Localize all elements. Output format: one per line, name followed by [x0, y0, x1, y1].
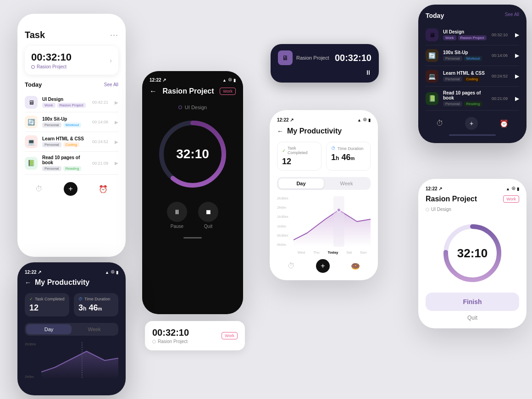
chart-svg [294, 196, 371, 247]
quit-ctrl[interactable]: ⏹ Quit [198, 202, 218, 229]
dark-header: ← Rasion Project Work [150, 87, 236, 95]
day-week-tabs[interactable]: Day Week [277, 177, 371, 190]
wifi-icon-2: ⦾ [228, 78, 232, 83]
work-badge-2: Work [220, 88, 236, 95]
history-icon[interactable]: ⏱ [35, 185, 43, 193]
rb-ring: 32:10 [440, 221, 504, 285]
rp-info-situp: 100x Sit-Up Personal Workout [443, 50, 487, 61]
status-icons-6: ▲ ⦾ ▮ [105, 270, 118, 275]
add-task-button[interactable]: + [64, 182, 78, 196]
dark-tab-day[interactable]: Day [26, 324, 72, 334]
main-canvas: 12:22 ▲ ⦾ ▮ Task ··· 00:32:10 Rasion Pro… [0, 0, 532, 399]
rb-title: Rasion Project [426, 195, 477, 203]
status-icons-5: ▲ ⦾ ▮ [357, 117, 371, 122]
timer-card[interactable]: 00:32:10 Rasion Project › [25, 46, 118, 75]
wifi-6: ⦾ [111, 270, 114, 275]
dark-check-icon: ✓ [29, 297, 33, 301]
task-info-situp: 100x Sit-Up Personal Workout [42, 116, 88, 127]
rp-play-situp[interactable]: ▶ [515, 52, 519, 59]
rp-item-book: 📗 Read 10 pages of book Personal Reading… [426, 87, 519, 111]
play-btn-book[interactable]: ▶ [115, 161, 118, 166]
task-tags-ui: Work Rasion Project [42, 103, 88, 108]
quit-label[interactable]: Quit [426, 315, 519, 321]
standalone-project: Rasion Project [152, 339, 189, 344]
play-btn-ui[interactable]: ▶ [115, 100, 118, 105]
back-button-2[interactable]: ← [150, 87, 157, 95]
battery-5: ▮ [368, 118, 371, 122]
tab-week[interactable]: Week [324, 178, 369, 188]
rp-play-html[interactable]: ▶ [515, 73, 519, 79]
more-options[interactable]: ··· [110, 30, 118, 40]
task-name-html: Learn HTML & CSS [42, 136, 88, 141]
pause-button[interactable]: ⏸ [167, 202, 187, 222]
time-rb: 12:22 ↗ [426, 186, 442, 191]
dark-task-completed: ✓ Task Completed 12 [25, 293, 69, 316]
rp-play-ui[interactable]: ▶ [515, 32, 519, 38]
standalone-left: 00:32:10 Rasion Project [152, 327, 189, 344]
battery-icon: ▮ [116, 21, 118, 25]
home-indicator-2 [183, 237, 202, 238]
task-item-situp: 🔄 100x Sit-Up Personal Workout 00:14:06 … [25, 112, 118, 132]
task-time-html: 00:24:52 [92, 139, 108, 144]
signal-5: ▲ [357, 118, 361, 122]
signal-6: ▲ [105, 270, 109, 275]
rp-add-button[interactable]: + [465, 117, 478, 130]
battery-6: ▮ [116, 270, 118, 275]
rp-title: Today [426, 12, 444, 19]
back-button-5[interactable]: ← [277, 127, 283, 135]
rp-play-book[interactable]: ▶ [515, 95, 519, 102]
chart-y-labels: 2h30m 2h0m 1h30m 1h0m 0h30m 0h0m [277, 196, 288, 247]
prod-stats-icon[interactable]: 🍩 [351, 262, 360, 271]
prod-history-icon[interactable]: ⏱ [288, 262, 295, 270]
att-pause-icon[interactable]: ⏸ [365, 69, 371, 76]
task-icon-ui: 🖥 [25, 96, 38, 109]
task-icon-situp: 🔄 [25, 116, 38, 128]
dark-prod-header: ← My Productivity [25, 278, 118, 287]
stats-icon[interactable]: ⏰ [99, 185, 108, 194]
see-all-link[interactable]: See All [104, 82, 118, 87]
y-label-3: 1h30m [277, 215, 288, 219]
chart-area: 2h30m 2h0m 1h30m 1h0m 0h30m 0h0m [277, 196, 371, 247]
dark-task-label: ✓ Task Completed [29, 297, 65, 301]
pause-label: Pause [171, 224, 183, 229]
wifi-5: ⦾ [363, 117, 366, 122]
pause-ctrl[interactable]: ⏸ Pause [167, 202, 187, 229]
time-1: 12:22 [25, 20, 37, 25]
rp-name-book: Read 10 pages of book [443, 90, 487, 100]
status-bar-1: 12:22 ▲ ⦾ ▮ [25, 20, 118, 25]
dark-day-week-tabs[interactable]: Day Week [25, 323, 118, 336]
dark-title: Rasion Project [161, 87, 215, 95]
dark-y-1: 2h30m [25, 342, 36, 346]
signal-rb: ▲ [506, 187, 510, 191]
play-btn-situp[interactable]: ▶ [115, 120, 118, 125]
rp-tag-work: Work [443, 35, 456, 40]
rp-tags-html: Personal Coding [443, 77, 487, 82]
rp-tag-workout: Workout [464, 56, 482, 61]
play-btn-html[interactable]: ▶ [115, 139, 118, 144]
chart-x-labels: Wed Thu Today Sat Sun [277, 250, 371, 255]
status-icons-1: ▲ ⦾ ▮ [105, 20, 118, 25]
status-icons-2: ▲ ⦾ ▮ [222, 78, 236, 83]
rp-stats-icon[interactable]: ⏰ [499, 119, 509, 128]
dark-tab-week[interactable]: Week [72, 324, 117, 334]
signal-icon: ▲ [105, 21, 109, 25]
rp-see-all[interactable]: See All [505, 12, 519, 19]
rp-time-ui: 00:32:10 [492, 33, 508, 37]
rp-item-ui: 🖥 UI Design Work Rasion Project 00:32:10… [426, 25, 519, 45]
tab-day[interactable]: Day [278, 178, 324, 188]
rp-tag-personal-situp: Personal [443, 56, 462, 61]
back-button-6[interactable]: ← [25, 279, 31, 286]
dark-prod-stats: ✓ Task Completed 12 ⏱ Time Duration 3h 4… [25, 293, 118, 316]
rb-center-time: 32:10 [457, 246, 488, 260]
rp-time-html: 00:24:52 [492, 74, 508, 78]
rp-scrollbar [449, 134, 496, 136]
today-label: Today [25, 81, 42, 88]
tag-reading: Reading [63, 166, 82, 171]
timer-controls: ⏸ Pause ⏹ Quit [150, 202, 236, 229]
prod-add-button[interactable]: + [316, 259, 330, 273]
task-info-ui: UI Design Work Rasion Project [42, 97, 88, 108]
rp-history-icon[interactable]: ⏱ [436, 119, 443, 127]
task-tags-book: Personal Reading [42, 166, 88, 171]
finish-button[interactable]: Finish [426, 293, 519, 311]
quit-button[interactable]: ⏹ [198, 202, 218, 222]
